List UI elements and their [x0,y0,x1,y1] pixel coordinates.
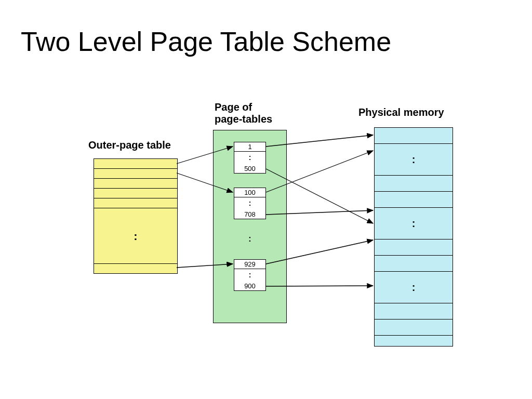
inner-ellipsis: : [234,269,265,282]
physical-memory-block: : : : [374,127,453,347]
inner-cell-value: 929 [234,260,265,269]
phys-row [375,336,453,346]
phys-ellipsis-row: : [375,272,453,303]
phys-row [375,192,453,208]
phys-row [375,176,453,192]
phys-ellipsis-row: : [375,208,453,240]
outer-row [94,189,177,198]
page-of-page-tables-block: 1 : 500 100 : 708 : 929 : 900 [213,130,287,323]
inner-ellipsis: : [234,152,265,164]
outer-ellipsis: : [94,208,177,263]
phys-row [375,240,453,256]
label-page-of-page-tables: Page of page-tables [215,101,272,125]
label-outer-page-table: Outer-page table [88,139,171,151]
inner-cell-value: 1 [234,142,265,152]
outer-row [94,159,177,169]
phys-ellipsis-row: : [375,144,453,176]
outer-row [94,169,177,179]
phys-row [375,128,453,144]
phys-row [375,303,453,320]
inner-ellipsis: : [234,197,265,210]
inner-gap-ellipsis: : [248,237,251,241]
outer-page-table: : [94,158,178,274]
inner-cell-value: 500 [234,164,265,173]
outer-row [94,198,177,208]
inner-page-table-1: 1 : 500 [234,142,266,174]
slide-title: Two Level Page Table Scheme [21,26,391,57]
outer-row [94,263,177,273]
inner-cell-value: 100 [234,188,265,197]
phys-row [375,256,453,272]
label-physical-memory: Physical memory [358,107,444,118]
phys-row [375,320,453,336]
inner-page-table-2: 100 : 708 [234,188,266,219]
inner-cell-value: 900 [234,282,265,290]
outer-row [94,179,177,189]
inner-cell-value: 708 [234,210,265,219]
inner-page-table-3: 929 : 900 [234,259,266,291]
